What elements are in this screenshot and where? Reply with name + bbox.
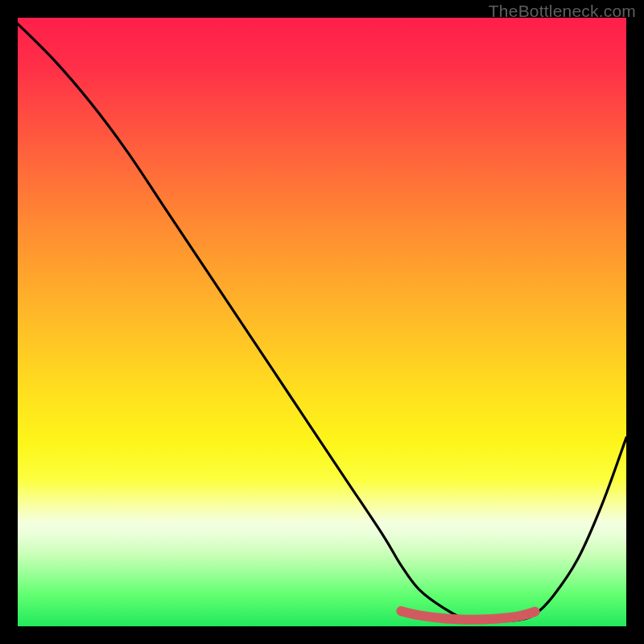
chart-frame: TheBottleneck.com [0,0,644,644]
bottleneck-curve-line [18,24,626,621]
watermark-text: TheBottleneck.com [489,2,636,21]
chart-plot-area [18,18,626,626]
optimal-band-line [401,611,535,620]
bottleneck-curve-svg [18,18,626,626]
